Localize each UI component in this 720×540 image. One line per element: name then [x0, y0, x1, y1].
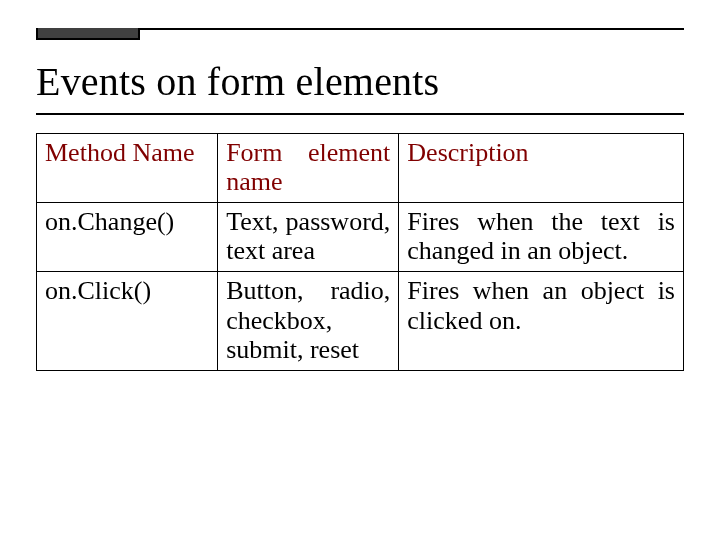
cell-element: Text, password, text area [218, 203, 399, 272]
table-row: on.Change() Text, password, text area Fi… [37, 203, 684, 272]
cell-element: Button, radio, checkbox, submit, reset [218, 272, 399, 370]
top-rule-cap [36, 28, 140, 40]
table-header-row: Method Name Form element name Descriptio… [37, 134, 684, 203]
header-description: Description [399, 134, 684, 203]
slide-title: Events on form elements [36, 58, 684, 105]
title-underline [36, 113, 684, 115]
cell-method: on.Click() [37, 272, 218, 370]
header-method-name: Method Name [37, 134, 218, 203]
cell-description: Fires when the text is changed in an obj… [399, 203, 684, 272]
table-row: on.Click() Button, radio, checkbox, subm… [37, 272, 684, 370]
header-form-element: Form element name [218, 134, 399, 203]
cell-method: on.Change() [37, 203, 218, 272]
events-table: Method Name Form element name Descriptio… [36, 133, 684, 371]
cell-description: Fires when an object is clicked on. [399, 272, 684, 370]
slide: Events on form elements Method Name Form… [0, 0, 720, 540]
